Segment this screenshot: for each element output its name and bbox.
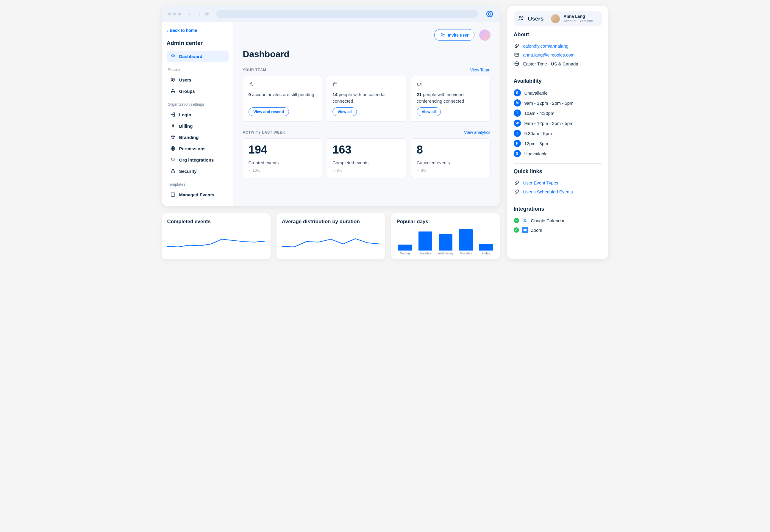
nav-label: Managed Events [179, 192, 214, 197]
line-chart [282, 228, 380, 255]
svg-rect-14 [417, 83, 420, 85]
url-bar[interactable] [216, 10, 478, 18]
user-icon [248, 82, 317, 88]
back-to-home-link[interactable]: ‹ Back to home [167, 28, 228, 33]
sidebar-item-branding[interactable]: Branding [167, 132, 228, 143]
sidebar-item-dashboard[interactable]: Dashboard [167, 51, 228, 62]
user-url-link[interactable]: calendly.com/annalang [523, 43, 569, 48]
sidebar-title: Admin center [167, 40, 228, 46]
sidebar-item-groups[interactable]: Groups [167, 85, 228, 97]
card-text: 14 people with no calendar connected [332, 91, 401, 104]
sidebar-item-users[interactable]: Users [167, 74, 228, 85]
forward-arrow-icon[interactable]: → [196, 11, 201, 17]
card-text: 9 account invites are still pending [248, 91, 317, 98]
team-card-calendar: 14 people with no calendar connected Vie… [327, 76, 406, 122]
refresh-icon[interactable]: ⟳ [205, 11, 209, 17]
timezone-text: Easter Time - US & Canada [523, 61, 578, 66]
view-all-button[interactable]: View all [332, 107, 356, 116]
quick-link-row: User Event Types [514, 178, 602, 187]
traffic-dot [168, 12, 171, 15]
activity-card-canceled: 8 Canceled events 3% [411, 138, 491, 178]
user-url-row: calendly.com/annalang [514, 41, 602, 50]
chevron-left-icon: ‹ [167, 28, 168, 33]
check-icon [514, 218, 519, 223]
bar [439, 234, 453, 251]
nav-label: Org integrations [179, 157, 214, 162]
day-badge: W [514, 120, 521, 127]
nav-section-templates: Templates [168, 182, 227, 187]
day-badge: S [514, 150, 521, 157]
nav-label: Branding [179, 135, 199, 140]
user-avatar [551, 14, 560, 23]
bar [419, 231, 432, 251]
globe-icon [170, 146, 176, 151]
day-badge: M [514, 99, 521, 107]
view-team-link[interactable]: View Team [470, 68, 491, 72]
bar [398, 245, 412, 251]
user-plus-icon [440, 32, 445, 38]
invite-user-button[interactable]: Invite user [434, 29, 474, 41]
availability-row: W9am - 12pm•2pm - 5pm [514, 118, 602, 128]
globe-icon [514, 61, 520, 66]
user-email-row: anna.lang@circooles.com [514, 50, 602, 59]
chart-popular-days: Popular days MondayTuesdayWednesdayThurs… [391, 213, 500, 259]
back-arrow-icon[interactable]: ← [188, 11, 193, 17]
view-analytics-link[interactable]: View analytics [464, 130, 490, 135]
divider [547, 14, 547, 23]
invite-label: Invite user [448, 33, 469, 37]
availability-slots: 9:30am - 5pm [525, 131, 552, 136]
sidebar-item-billing[interactable]: Billing [167, 120, 228, 132]
user-email-link[interactable]: anna.lang@circooles.com [523, 52, 575, 57]
bar-label: Wednesday [438, 252, 453, 255]
user-name: Anna Lang [564, 14, 593, 19]
stat-trend: 10% [248, 168, 317, 173]
sidebar: ‹ Back to home Admin center Dashboard Pe… [162, 22, 233, 206]
stat-label: Completed events [332, 160, 401, 165]
browser-window: ← → ⟳ ‹ Back to home Admin center [162, 6, 500, 206]
sidebar-item-managed-events[interactable]: Managed Events [167, 189, 228, 200]
availability-slots: Unavailable [525, 151, 548, 156]
sidebar-item-login[interactable]: Login [167, 109, 228, 120]
svg-point-3 [171, 78, 173, 80]
quick-links-title: Quick links [514, 168, 602, 175]
google-calendar-icon: 31 [522, 218, 528, 223]
about-title: About [514, 32, 602, 38]
bar-chart: MondayTuesdayWednesdayThursdayFriday [397, 228, 495, 255]
svg-point-11 [442, 33, 443, 35]
nav-label: Login [179, 112, 191, 117]
view-all-button[interactable]: View all [417, 107, 441, 116]
sidebar-item-permissions[interactable]: Permissions [167, 143, 228, 154]
user-timezone-row: Easter Time - US & Canada [514, 59, 602, 68]
sidebar-item-org-integrations[interactable]: Org integrations [167, 154, 228, 165]
star-icon [170, 134, 176, 140]
activity-card-created: 194 Created events 10% [243, 138, 322, 178]
users-icon [170, 77, 176, 82]
availability-list: SUnavailableM9am - 12pm•2pm - 5pmT10am -… [514, 88, 602, 159]
day-badge: F [514, 140, 521, 147]
nav-label: Security [179, 169, 197, 174]
bar-label: Monday [400, 252, 411, 255]
main-content: Invite user Dashboard YOUR TEAM View Tea… [233, 22, 500, 206]
svg-rect-10 [171, 193, 175, 196]
chart-title: Popular days [397, 219, 495, 225]
nav-section-people: People [168, 67, 227, 72]
panel-header: Users Anna Lang Account Executive [514, 11, 602, 26]
current-user-avatar[interactable] [479, 29, 491, 41]
stat-label: Created events [248, 160, 317, 165]
activity-card-completed: 163 Completed events 8% [327, 138, 406, 178]
day-badge: T [514, 130, 521, 137]
bar-label: Friday [482, 252, 490, 255]
nav-label: Users [179, 77, 192, 82]
view-and-resend-button[interactable]: View and resend [248, 107, 289, 116]
user-event-types-link[interactable]: User Event Types [523, 180, 558, 185]
window-controls [168, 12, 181, 15]
sidebar-item-security[interactable]: Security [167, 165, 228, 177]
svg-point-1 [488, 13, 491, 15]
user-scheduled-events-link[interactable]: User's Scheduled Events [523, 189, 573, 194]
bar-label: Tuesday [420, 252, 431, 255]
separator [514, 73, 602, 73]
svg-point-4 [173, 79, 174, 80]
video-icon [417, 82, 485, 88]
day-badge: S [514, 89, 521, 96]
bar [479, 244, 493, 251]
